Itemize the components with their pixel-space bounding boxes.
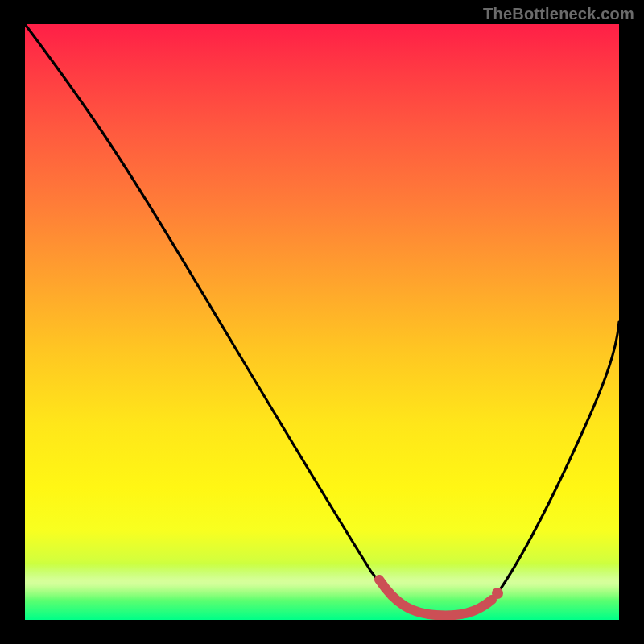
bottleneck-curve [25,24,619,615]
curve-layer [25,24,619,620]
watermark-text: TheBottleneck.com [483,5,634,23]
chart-frame: TheBottleneck.com [0,0,644,644]
optimal-range-highlight [379,580,492,615]
plot-area [25,24,619,620]
gradient-highlight-band [25,564,619,601]
optimal-range-end-dot [492,588,503,599]
